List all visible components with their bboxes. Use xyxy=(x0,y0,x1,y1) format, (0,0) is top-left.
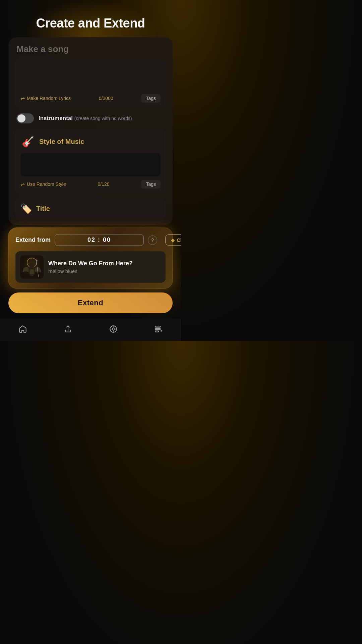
lyrics-card: ⇌ Make Random Lyrics 0/3000 Tags xyxy=(15,58,166,108)
playlist-icon xyxy=(154,325,163,333)
random-lyrics-label: Make Random Lyrics xyxy=(27,96,71,101)
svg-rect-6 xyxy=(30,269,34,274)
page-title: Create and Extend xyxy=(36,16,145,31)
screen: Create and Extend Make a song ⇌ Make Ran… xyxy=(0,0,181,341)
style-tags-button[interactable]: Tags xyxy=(141,180,161,189)
style-title: Style of Music xyxy=(39,138,84,146)
extend-time-input[interactable] xyxy=(55,234,144,246)
help-icon[interactable]: ? xyxy=(148,235,157,245)
svg-point-10 xyxy=(112,328,114,330)
title-section-label: Title xyxy=(36,205,50,213)
song-genre: mellow blues xyxy=(48,268,161,274)
toggle-thumb xyxy=(17,114,25,122)
phone-frame: Make a song ⇌ Make Random Lyrics 0/3000 … xyxy=(8,37,173,313)
instrumental-toggle[interactable] xyxy=(16,113,34,123)
help-icon-label: ? xyxy=(151,237,154,243)
shuffle-style-icon: ⇌ xyxy=(20,181,25,187)
svg-rect-12 xyxy=(155,328,160,329)
main-content: Make a song ⇌ Make Random Lyrics 0/3000 … xyxy=(8,37,173,225)
random-style-label: Use Random Style xyxy=(27,181,66,187)
nav-item-playlist[interactable] xyxy=(149,323,168,335)
song-item[interactable]: Where Do We Go From Here? mellow blues xyxy=(15,251,166,283)
instrumental-sub-label: (create song with no words) xyxy=(74,116,132,121)
style-footer: ⇌ Use Random Style 0/120 Tags xyxy=(20,180,161,189)
shuffle-icon: ⇌ xyxy=(20,95,25,102)
bottom-nav xyxy=(0,319,181,341)
lyrics-tags-button[interactable]: Tags xyxy=(141,94,161,103)
extend-from-label: Extend from xyxy=(15,236,51,244)
lyrics-char-count: 0/3000 xyxy=(99,96,113,101)
style-header: 🎸 Style of Music xyxy=(20,134,161,149)
random-style-button[interactable]: ⇌ Use Random Style xyxy=(20,181,66,187)
extend-panel: Extend from ? ◆ Clear xyxy=(8,228,173,288)
lyrics-input[interactable] xyxy=(20,64,161,91)
extend-button[interactable]: Extend xyxy=(8,292,173,313)
style-char-count: 0/120 xyxy=(98,181,110,187)
svg-rect-11 xyxy=(155,326,160,327)
nav-item-share[interactable] xyxy=(58,323,78,335)
svg-point-5 xyxy=(29,262,34,267)
style-card: 🎸 Style of Music ⇌ Use Random Style 0/12… xyxy=(15,129,166,194)
make-song-label: Make a song xyxy=(15,44,166,54)
music-icon xyxy=(109,325,118,333)
style-input-area[interactable] xyxy=(20,153,161,176)
artwork-svg xyxy=(20,255,44,279)
instrumental-main-label: Instrumental xyxy=(39,115,73,121)
clear-diamond-icon: ◆ xyxy=(171,237,175,243)
clear-label: Clear xyxy=(177,237,181,243)
nav-item-music[interactable] xyxy=(104,323,123,335)
svg-rect-13 xyxy=(155,331,159,332)
song-artwork xyxy=(20,255,44,279)
share-icon xyxy=(64,325,72,333)
instrumental-label: Instrumental (create song with no words) xyxy=(39,115,132,122)
random-lyrics-button[interactable]: ⇌ Make Random Lyrics xyxy=(20,95,71,102)
instrumental-row: Instrumental (create song with no words) xyxy=(15,112,166,125)
svg-marker-14 xyxy=(161,330,162,332)
clear-button[interactable]: ◆ Clear xyxy=(165,234,181,246)
extend-header: Extend from ? ◆ Clear xyxy=(15,234,166,246)
lyrics-footer: ⇌ Make Random Lyrics 0/3000 Tags xyxy=(20,94,161,103)
song-info: Where Do We Go From Here? mellow blues xyxy=(48,260,161,274)
home-icon xyxy=(18,325,27,333)
guitar-icon: 🎸 xyxy=(20,134,35,149)
song-title: Where Do We Go From Here? xyxy=(48,260,161,267)
nav-item-home[interactable] xyxy=(13,323,33,335)
title-card: 🏷️ Title xyxy=(15,198,166,220)
tag-icon: 🏷️ xyxy=(20,203,32,214)
